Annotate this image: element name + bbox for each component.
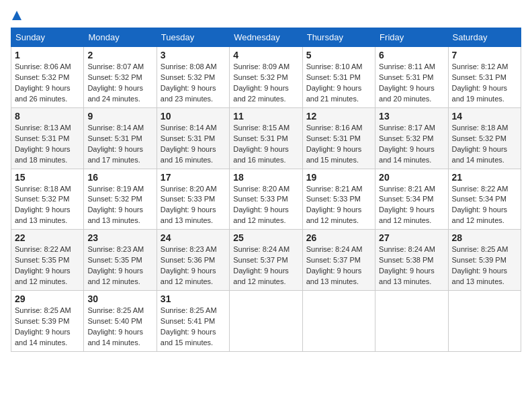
daylight-label: Daylight: [379, 84, 410, 92]
sunset-value: 5:37 PM [333, 256, 361, 264]
day-info: Sunrise: 8:22 AM Sunset: 5:35 PM Dayligh… [15, 244, 80, 287]
calendar-week-row: 1 Sunrise: 8:06 AM Sunset: 5:32 PM Dayli… [11, 47, 521, 108]
sunset-value: 5:33 PM [333, 195, 361, 203]
weekday-header-friday: Friday [375, 28, 448, 47]
sunrise-label: Sunrise: [233, 185, 262, 193]
sunset-value: 5:35 PM [42, 256, 69, 264]
sunset-label: Sunset: [87, 134, 114, 142]
day-number: 9 [87, 111, 152, 122]
sunrise-label: Sunrise: [452, 62, 481, 71]
sunrise-value: 8:24 AM [408, 245, 435, 253]
day-info: Sunrise: 8:25 AM Sunset: 5:39 PM Dayligh… [452, 244, 517, 287]
calendar-cell [375, 291, 448, 352]
sunrise-label: Sunrise: [15, 245, 44, 253]
sunset-value: 5:31 PM [406, 73, 433, 81]
calendar-cell [302, 291, 375, 352]
day-number: 19 [306, 172, 371, 183]
sunrise-value: 8:18 AM [44, 185, 71, 193]
day-info: Sunrise: 8:08 AM Sunset: 5:32 PM Dayligh… [161, 62, 226, 105]
day-info: Sunrise: 8:20 AM Sunset: 5:33 PM Dayligh… [161, 184, 226, 227]
calendar-cell: 10 Sunrise: 8:14 AM Sunset: 5:31 PM Dayl… [157, 107, 229, 169]
sunrise-value: 8:20 AM [263, 185, 290, 193]
sunset-value: 5:32 PM [187, 73, 215, 81]
sunset-label: Sunset: [233, 134, 260, 142]
calendar-week-row: 15 Sunrise: 8:18 AM Sunset: 5:32 PM Dayl… [11, 169, 521, 230]
day-info: Sunrise: 8:12 AM Sunset: 5:31 PM Dayligh… [452, 62, 517, 105]
calendar-cell: 24 Sunrise: 8:23 AM Sunset: 5:36 PM Dayl… [157, 230, 229, 291]
daylight-label: Daylight: [233, 267, 264, 275]
day-info: Sunrise: 8:18 AM Sunset: 5:32 PM Dayligh… [452, 123, 517, 166]
weekday-header-row: SundayMondayTuesdayWednesdayThursdayFrid… [11, 28, 521, 47]
sunset-label: Sunset: [233, 73, 260, 81]
sunset-label: Sunset: [15, 317, 42, 325]
calendar-week-row: 8 Sunrise: 8:13 AM Sunset: 5:31 PM Dayli… [11, 107, 521, 169]
weekday-header-thursday: Thursday [302, 28, 375, 47]
calendar-cell: 15 Sunrise: 8:18 AM Sunset: 5:32 PM Dayl… [11, 169, 84, 230]
sunrise-value: 8:14 AM [117, 124, 144, 132]
sunset-value: 5:31 PM [479, 73, 506, 81]
daylight-label: Daylight: [379, 205, 410, 214]
sunset-value: 5:32 PM [115, 195, 142, 203]
day-number: 5 [306, 50, 371, 60]
sunrise-value: 8:15 AM [263, 124, 290, 132]
sunrise-value: 8:20 AM [189, 185, 216, 193]
day-info: Sunrise: 8:23 AM Sunset: 5:36 PM Dayligh… [161, 244, 226, 287]
sunset-value: 5:31 PM [333, 134, 361, 142]
day-number: 6 [379, 50, 444, 60]
sunset-label: Sunset: [306, 134, 333, 142]
sunset-value: 5:39 PM [479, 256, 506, 264]
calendar-cell: 18 Sunrise: 8:20 AM Sunset: 5:33 PM Dayl… [230, 169, 302, 230]
weekday-header-wednesday: Wednesday [230, 28, 302, 47]
calendar-week-row: 29 Sunrise: 8:25 AM Sunset: 5:39 PM Dayl… [11, 291, 521, 352]
sunrise-value: 8:22 AM [44, 245, 71, 253]
sunset-label: Sunset: [306, 195, 333, 203]
sunset-label: Sunset: [15, 195, 42, 203]
day-info: Sunrise: 8:24 AM Sunset: 5:38 PM Dayligh… [379, 244, 444, 287]
day-number: 20 [379, 172, 444, 183]
sunset-label: Sunset: [87, 256, 114, 264]
calendar-cell: 8 Sunrise: 8:13 AM Sunset: 5:31 PM Dayli… [11, 107, 84, 169]
day-number: 27 [379, 232, 444, 243]
calendar-cell: 31 Sunrise: 8:25 AM Sunset: 5:41 PM Dayl… [157, 291, 229, 352]
day-info: Sunrise: 8:14 AM Sunset: 5:31 PM Dayligh… [161, 123, 226, 166]
sunset-value: 5:33 PM [261, 195, 288, 203]
day-number: 2 [87, 50, 152, 60]
sunrise-value: 8:08 AM [189, 62, 216, 71]
day-info: Sunrise: 8:23 AM Sunset: 5:35 PM Dayligh… [87, 244, 152, 287]
sunset-value: 5:32 PM [42, 195, 69, 203]
day-info: Sunrise: 8:24 AM Sunset: 5:37 PM Dayligh… [233, 244, 298, 287]
calendar-cell: 11 Sunrise: 8:15 AM Sunset: 5:31 PM Dayl… [230, 107, 302, 169]
sunrise-label: Sunrise: [379, 62, 408, 71]
daylight-label: Daylight: [161, 205, 191, 214]
day-info: Sunrise: 8:15 AM Sunset: 5:31 PM Dayligh… [233, 123, 298, 166]
sunrise-label: Sunrise: [379, 185, 408, 193]
calendar-cell: 28 Sunrise: 8:25 AM Sunset: 5:39 PM Dayl… [448, 230, 521, 291]
sunset-value: 5:36 PM [187, 256, 215, 264]
day-info: Sunrise: 8:07 AM Sunset: 5:32 PM Dayligh… [87, 62, 152, 105]
sunrise-value: 8:25 AM [189, 306, 216, 314]
sunrise-value: 8:09 AM [263, 62, 290, 71]
calendar-cell [230, 291, 302, 352]
logo-icon [12, 11, 21, 20]
sunrise-label: Sunrise: [15, 62, 44, 71]
sunrise-label: Sunrise: [87, 185, 116, 193]
sunset-label: Sunset: [87, 73, 114, 81]
daylight-label: Daylight: [233, 145, 264, 153]
sunrise-label: Sunrise: [233, 245, 262, 253]
sunrise-label: Sunrise: [15, 306, 44, 314]
sunset-label: Sunset: [161, 195, 187, 203]
daylight-label: Daylight: [306, 84, 337, 92]
sunset-value: 5:32 PM [42, 73, 69, 81]
day-info: Sunrise: 8:14 AM Sunset: 5:31 PM Dayligh… [87, 123, 152, 166]
daylight-label: Daylight: [233, 205, 264, 214]
sunrise-label: Sunrise: [161, 185, 189, 193]
daylight-label: Daylight: [306, 205, 337, 214]
day-info: Sunrise: 8:11 AM Sunset: 5:31 PM Dayligh… [379, 62, 444, 105]
day-info: Sunrise: 8:20 AM Sunset: 5:33 PM Dayligh… [233, 184, 298, 227]
day-info: Sunrise: 8:25 AM Sunset: 5:39 PM Dayligh… [15, 306, 80, 349]
sunset-value: 5:41 PM [187, 317, 215, 325]
daylight-label: Daylight: [161, 328, 191, 336]
day-number: 13 [379, 111, 444, 122]
sunrise-value: 8:23 AM [189, 245, 216, 253]
sunset-label: Sunset: [452, 73, 479, 81]
